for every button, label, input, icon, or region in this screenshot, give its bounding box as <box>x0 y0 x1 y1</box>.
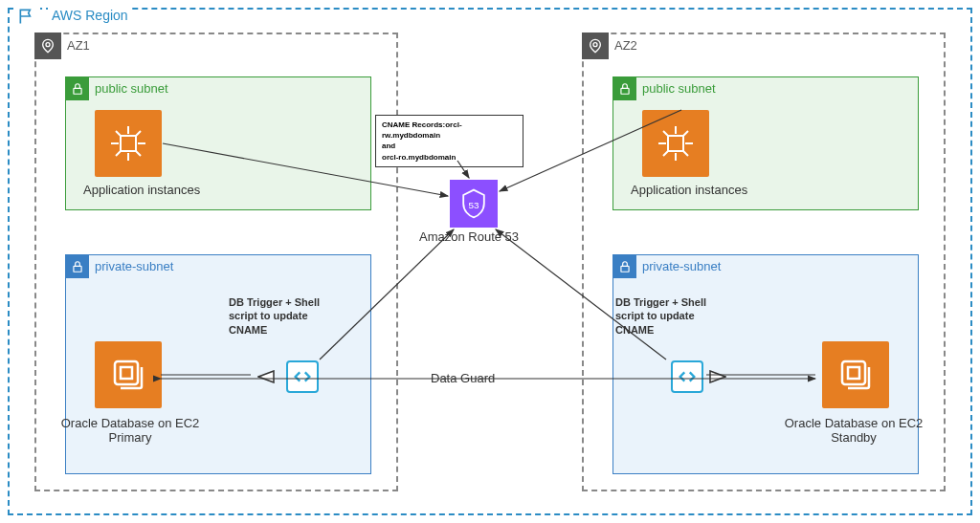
private-subnet-az2: private-subnet DB Trigger + Shell script… <box>612 254 919 474</box>
db-trigger-label: DB Trigger + Shell script to update CNAM… <box>615 295 721 337</box>
cname-line1: CNAME Records:orcl-rw.mydbdomain <box>382 120 517 141</box>
route53-label: Amazon Route 53 <box>419 229 519 244</box>
private-subnet-az1: private-subnet DB Trigger + Shell script… <box>65 254 371 474</box>
lock-icon <box>66 255 89 278</box>
app-instances-label: Application instances <box>631 183 747 197</box>
public-subnet-az1: public subnet Application instances <box>65 76 371 210</box>
az1-label: AZ1 <box>67 38 90 53</box>
svg-rect-5 <box>121 367 132 379</box>
availability-zone-1: AZ1 public subnet Application instances … <box>34 33 398 491</box>
cname-records-callout: CNAME Records:orcl-rw.mydbdomain and orc… <box>375 115 523 167</box>
oracle-db-standby-label: Oracle Database on EC2 Standby <box>782 416 925 445</box>
svg-rect-4 <box>115 361 138 384</box>
svg-point-0 <box>46 43 50 47</box>
availability-zone-2: AZ2 public subnet Application instances … <box>582 33 946 491</box>
public-subnet-az2: public subnet Application instances <box>612 76 919 210</box>
lock-icon <box>613 255 636 278</box>
data-guard-label: Data Guard <box>431 371 495 385</box>
region-label: AWS Region <box>48 8 132 23</box>
public-subnet-label: public subnet <box>95 81 168 96</box>
lock-icon <box>66 77 89 100</box>
svg-rect-7 <box>621 88 629 94</box>
region-flag-icon <box>13 3 40 30</box>
code-script-icon <box>671 360 703 393</box>
svg-rect-9 <box>621 266 629 272</box>
svg-rect-1 <box>74 88 81 94</box>
ec2-app-icon <box>95 110 162 177</box>
cname-line2: and <box>382 141 517 151</box>
svg-rect-2 <box>121 136 136 151</box>
svg-point-6 <box>593 43 597 47</box>
ec2-app-icon <box>642 110 709 177</box>
oracle-db-standby-icon <box>822 341 889 408</box>
az-icon <box>582 33 609 59</box>
triangle-connector-icon <box>257 370 275 383</box>
triangle-connector-icon <box>709 370 726 383</box>
oracle-db-primary-icon <box>95 341 162 408</box>
svg-rect-8 <box>668 136 683 151</box>
az2-label: AZ2 <box>614 38 637 53</box>
db-trigger-label: DB Trigger + Shell script to update CNAM… <box>229 295 334 337</box>
private-subnet-label: private-subnet <box>642 259 721 273</box>
oracle-db-primary-label: Oracle Database on EC2 Primary <box>58 416 202 445</box>
private-subnet-label: private-subnet <box>95 259 173 273</box>
code-script-icon <box>286 360 319 393</box>
cname-line3: orcl-ro.mydbdomain <box>382 152 517 163</box>
svg-text:53: 53 <box>469 200 479 210</box>
app-instances-label: Application instances <box>83 183 200 197</box>
svg-rect-11 <box>848 367 859 379</box>
lock-icon <box>613 77 636 100</box>
public-subnet-label: public subnet <box>642 81 716 96</box>
az-icon <box>34 33 61 59</box>
route53-icon: 53 <box>450 180 498 228</box>
svg-rect-10 <box>842 361 865 384</box>
svg-rect-3 <box>74 266 81 272</box>
